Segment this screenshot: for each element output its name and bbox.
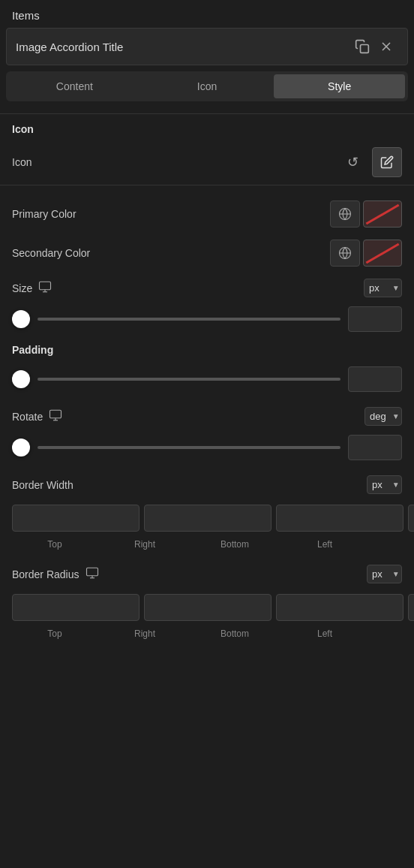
globe-icon — [338, 207, 352, 221]
border-width-top-input[interactable] — [12, 505, 140, 532]
rotate-monitor-icon — [49, 408, 62, 425]
size-unit-select[interactable]: px em rem % — [364, 279, 402, 297]
size-label: Size — [12, 282, 32, 294]
reset-icon-button[interactable]: ↺ — [339, 149, 366, 176]
border-radius-bottom-label: Bottom — [192, 628, 278, 639]
border-radius-spacer — [372, 628, 402, 639]
svg-rect-7 — [40, 282, 51, 290]
close-icon — [379, 39, 394, 54]
svg-rect-0 — [361, 45, 369, 53]
duplicate-button[interactable] — [350, 36, 374, 57]
panel: Items Image Accordion Title Content Icon… — [0, 0, 414, 648]
border-width-unit-select[interactable]: px em % — [367, 475, 402, 494]
secondary-color-swatch[interactable] — [363, 240, 402, 267]
border-radius-unit-wrapper: px em % ▾ — [367, 565, 402, 583]
divider-2 — [0, 185, 414, 185]
border-radius-bottom-input[interactable] — [276, 594, 404, 621]
size-slider-input[interactable] — [348, 306, 402, 332]
border-radius-label: Border Radius — [12, 568, 80, 580]
border-width-labels-row: Top Right Bottom Left — [0, 536, 414, 559]
icon-row-label: Icon — [12, 156, 333, 168]
size-monitor-icon — [38, 280, 52, 297]
rotate-slider-track[interactable] — [38, 446, 340, 449]
globe-icon-2 — [338, 246, 352, 260]
border-width-bottom-input[interactable] — [276, 505, 404, 532]
border-radius-top-label: Top — [12, 628, 98, 639]
pencil-icon — [380, 155, 394, 169]
border-width-right-input[interactable] — [144, 505, 272, 532]
accordion-title-row: Image Accordion Title — [6, 28, 408, 65]
no-color-slash-2 — [366, 243, 400, 264]
tabs-row: Content Icon Style — [6, 71, 408, 101]
secondary-color-row: Secondary Color — [0, 234, 414, 273]
primary-color-controls — [330, 200, 402, 228]
padding-slider-row — [0, 363, 414, 401]
border-width-unit-wrapper: px em % ▾ — [367, 475, 402, 494]
size-slider-track[interactable] — [38, 318, 340, 321]
edit-icon-button[interactable] — [372, 147, 402, 177]
rotate-slider-row — [0, 432, 414, 469]
primary-color-global-button[interactable] — [330, 200, 360, 228]
rotate-slider-input[interactable] — [348, 435, 402, 460]
border-width-spacer — [372, 539, 402, 550]
secondary-color-controls — [330, 240, 402, 267]
border-radius-right-label: Right — [102, 628, 188, 639]
padding-slider-track[interactable] — [38, 378, 340, 381]
size-slider-thumb — [12, 310, 30, 328]
rotate-unit-select[interactable]: deg rad — [364, 407, 402, 426]
rotate-label: Rotate — [12, 411, 43, 423]
border-width-label: Border Width — [12, 479, 74, 491]
border-width-row: Border Width px em % ▾ — [0, 469, 414, 500]
tab-content[interactable]: Content — [9, 74, 140, 98]
rotate-unit-wrapper: deg rad ▾ — [364, 407, 402, 426]
border-radius-right-input[interactable] — [144, 594, 272, 621]
border-width-right-label: Right — [102, 539, 188, 550]
border-radius-left-label: Left — [282, 628, 368, 639]
rotate-row: Rotate deg rad ▾ — [0, 401, 414, 432]
primary-color-label: Primary Color — [12, 208, 324, 220]
padding-slider-input[interactable] — [348, 366, 402, 392]
duplicate-icon — [355, 39, 370, 54]
rotate-slider-thumb — [12, 439, 30, 457]
icon-row: Icon ↺ — [0, 143, 414, 185]
size-slider-row — [0, 303, 414, 341]
border-radius-monitor-icon — [86, 566, 99, 583]
size-row: Size px em rem % ▾ — [0, 273, 414, 303]
accordion-title-text: Image Accordion Title — [16, 41, 350, 53]
tab-icon[interactable]: Icon — [142, 74, 273, 98]
primary-color-row: Primary Color — [0, 194, 414, 234]
items-label: Items — [12, 9, 40, 22]
border-radius-unit-select[interactable]: px em % — [367, 565, 402, 583]
icon-section-label: Icon — [0, 123, 414, 143]
primary-color-swatch[interactable] — [363, 200, 402, 228]
border-radius-row: Border Radius px em % ▾ — [0, 559, 414, 589]
items-header: Items — [0, 0, 414, 28]
border-radius-inputs-row — [0, 589, 414, 625]
border-width-left-label: Left — [282, 539, 368, 550]
no-color-slash — [366, 203, 400, 225]
close-button[interactable] — [374, 36, 398, 57]
border-width-inputs-row — [0, 500, 414, 536]
padding-slider-thumb — [12, 370, 30, 388]
border-width-top-label: Top — [12, 539, 98, 550]
border-radius-top-input[interactable] — [12, 594, 140, 621]
secondary-color-label: Secondary Color — [12, 247, 324, 259]
svg-rect-10 — [50, 410, 62, 418]
secondary-color-global-button[interactable] — [330, 240, 360, 267]
border-width-left-input[interactable] — [408, 505, 414, 532]
divider-1 — [0, 113, 414, 114]
padding-label: Padding — [0, 341, 414, 363]
border-radius-left-input[interactable] — [408, 594, 414, 621]
tab-style[interactable]: Style — [274, 74, 405, 98]
svg-rect-13 — [86, 568, 98, 576]
border-radius-labels-row: Top Right Bottom Left — [0, 625, 414, 648]
border-width-bottom-label: Bottom — [192, 539, 278, 550]
size-unit-wrapper: px em rem % ▾ — [364, 279, 402, 297]
